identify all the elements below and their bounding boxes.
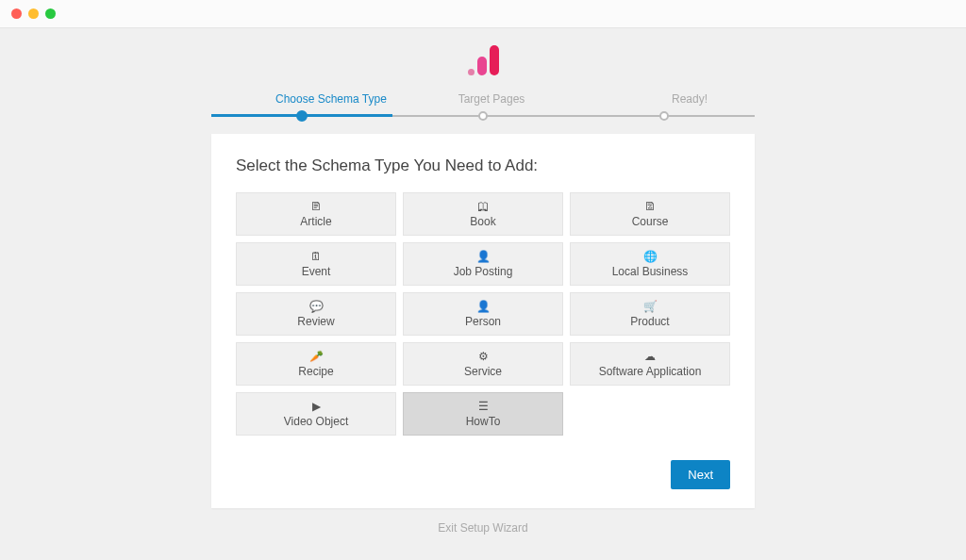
card-heading: Select the Schema Type You Need to Add: [236,156,730,175]
globe-icon: 🌐 [643,251,658,262]
schema-tile-software-application[interactable]: ☁Software Application [570,342,730,386]
tile-label: Software Application [599,365,702,378]
page-icon: 🖺 [644,201,656,212]
tile-label: Book [470,215,495,228]
schema-tile-video-object[interactable]: ▶Video Object [236,392,396,436]
tile-label: Article [300,215,331,228]
tile-label: Local Business [612,265,689,278]
tile-label: Recipe [298,365,333,378]
schema-tile-local-business[interactable]: 🌐Local Business [570,242,730,286]
gear-icon: ⚙ [478,351,489,362]
next-button[interactable]: Next [671,460,730,489]
logo-bar-medium [477,57,487,75]
logo [0,45,966,75]
window-chrome [0,0,966,28]
wizard-card: Select the Schema Type You Need to Add: … [211,134,755,508]
file-icon: 🖹 [310,201,322,212]
tile-label: Video Object [284,415,349,428]
schema-tile-job-posting[interactable]: 👤Job Posting [403,242,563,286]
user-add-icon: 👤 [476,251,491,262]
schema-tile-howto[interactable]: ☰HowTo [403,392,563,436]
cloud-icon: ☁ [644,351,656,362]
tile-label: Person [465,315,501,328]
minimize-dot[interactable] [28,8,39,19]
logo-bar-tall [490,45,499,75]
stepper-step-2-label: Target Pages [420,92,564,106]
tile-label: Review [297,315,334,328]
stepper-labels: Choose Schema Type Target Pages Ready! [211,92,755,111]
stepper-node-1 [296,110,308,122]
schema-tile-product[interactable]: 🛒Product [570,292,730,336]
stepper-step-1-label: Choose Schema Type [211,92,420,106]
calendar-icon: 🗓 [310,251,322,262]
schema-tile-person[interactable]: 👤Person [403,292,563,336]
tile-label: Event [302,265,331,278]
tile-label: Service [464,365,502,378]
schema-tile-event[interactable]: 🗓Event [236,242,396,286]
tile-label: Course [632,215,669,228]
schema-tile-article[interactable]: 🖹Article [236,192,396,236]
schema-tile-course[interactable]: 🖺Course [570,192,730,236]
book-icon: 🕮 [477,201,489,212]
schema-tile-book[interactable]: 🕮Book [403,192,563,236]
person-icon: 👤 [476,301,491,312]
stepper-track [211,111,755,121]
carrot-icon: 🥕 [309,351,324,362]
schema-tile-review[interactable]: 💬Review [236,292,396,336]
play-icon: ▶ [312,401,321,412]
tile-label: Product [630,315,669,328]
main-content: Choose Schema Type Target Pages Ready! S… [0,28,966,535]
schema-type-grid: 🖹Article🕮Book🖺Course🗓Event👤Job Posting🌐L… [236,192,730,436]
list-icon: ☰ [478,401,489,412]
schema-tile-recipe[interactable]: 🥕Recipe [236,342,396,386]
tile-label: Job Posting [454,265,513,278]
tile-label: HowTo [466,415,501,428]
schema-tile-service[interactable]: ⚙Service [403,342,563,386]
stepper-node-3 [659,111,669,121]
comment-icon: 💬 [309,301,324,312]
cart-icon: 🛒 [643,301,658,312]
close-dot[interactable] [11,8,22,19]
card-footer: Next [236,460,730,489]
stepper-step-3-label: Ready! [563,92,755,106]
logo-dot [468,69,475,75]
exit-setup-wizard-link[interactable]: Exit Setup Wizard [0,521,966,535]
stepper-node-2 [478,111,488,121]
stepper: Choose Schema Type Target Pages Ready! [211,92,755,121]
maximize-dot[interactable] [45,8,56,19]
